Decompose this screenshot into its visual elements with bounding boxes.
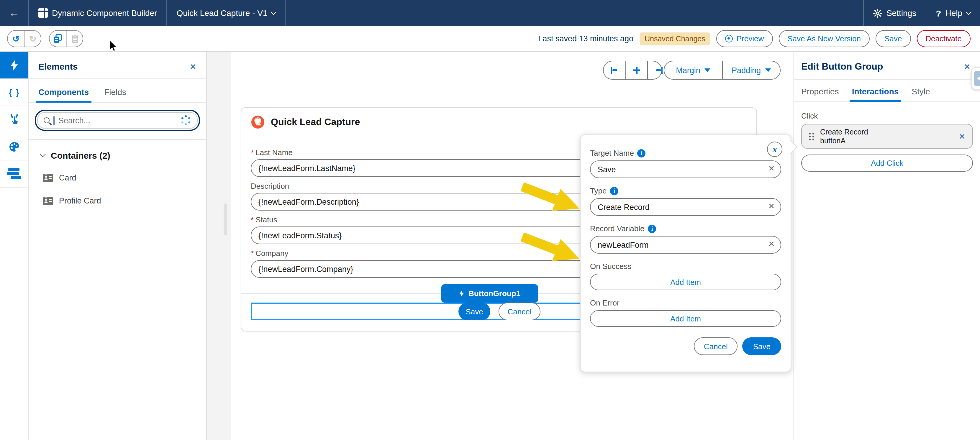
interaction-target: buttonA [820,137,953,145]
settings-button[interactable]: Settings [864,0,926,26]
canvas-align-group [603,61,662,79]
gear-icon [873,8,882,17]
arrow-left-icon: ← [9,7,19,19]
remove-interaction-icon[interactable]: ✕ [959,132,965,141]
chevron-down-icon [271,9,277,15]
formula-icon[interactable]: x [767,141,782,157]
panel-close-icon[interactable]: ✕ [964,62,970,71]
loading-spinner-icon [181,115,191,125]
clear-icon[interactable]: ✕ [768,164,775,173]
component-item-card[interactable]: Card [29,166,206,189]
plus-icon [633,67,640,74]
tab-style[interactable]: Style [912,82,930,102]
elements-panel: Elements ✕ Components Fields Search... C… [29,52,207,440]
search-placeholder: Search... [59,116,177,125]
info-icon[interactable]: i [610,187,618,195]
paste-button[interactable] [66,31,83,47]
elements-tabs: Components Fields [29,83,206,103]
elements-close-icon[interactable]: ✕ [190,62,196,71]
copy-icon [54,34,62,43]
record-variable-input[interactable] [590,236,781,254]
button-group-chip[interactable]: ButtonGroup1 [441,284,538,303]
align-right-icon [655,67,663,74]
eye-icon [725,35,733,43]
rail-structure-tab[interactable] [0,160,28,187]
margin-dropdown[interactable]: Margin [664,61,722,79]
target-name-input[interactable] [590,160,781,178]
preview-button[interactable]: Preview [717,30,773,47]
type-label: Type i [590,186,781,195]
add-spacing-button[interactable] [625,61,647,79]
padding-dropdown[interactable]: Padding [722,61,780,79]
search-icon [44,118,49,123]
drag-handle-icon[interactable] [809,132,814,140]
save-as-new-version-button[interactable]: Save As New Version [778,30,870,47]
question-icon: ? [936,8,941,18]
containers-section-label: Containers (2) [51,150,110,160]
clear-icon[interactable]: ✕ [768,202,775,211]
canvas-cancel-button[interactable]: Cancel [498,303,541,320]
lightning-bolt-icon [10,59,19,71]
record-variable-label: Record Variable i [590,224,781,233]
left-icon-rail: { } [0,52,29,440]
collapse-right-icon [974,71,980,86]
help-label: Help [945,8,962,18]
version-selector[interactable]: Quick Lead Capture - V1 [167,0,285,26]
redo-icon: ↻ [29,33,36,44]
type-input[interactable] [590,198,781,216]
add-click-button[interactable]: Add Click [801,154,973,172]
save-label: Save [885,34,902,43]
component-item-label: Profile Card [59,196,101,205]
copy-button[interactable] [49,31,66,47]
popover-cancel-button[interactable]: Cancel [694,337,738,355]
target-name-label: Target Name i [590,149,781,157]
triangle-down-icon [765,68,771,72]
info-icon[interactable]: i [638,149,646,157]
tab-fields[interactable]: Fields [104,83,126,102]
popover-save-button[interactable]: Save [743,337,781,355]
save-button[interactable]: Save [875,30,911,47]
rail-style-tab[interactable] [0,133,28,160]
spacing-controls: Margin Padding [664,61,781,79]
interaction-item[interactable]: Create Record buttonA ✕ [801,124,973,149]
clear-icon[interactable]: ✕ [768,240,775,248]
triangle-down-icon [705,68,710,72]
help-menu[interactable]: ? Help [926,0,980,26]
redo-button[interactable]: ↻ [24,31,41,47]
tab-interactions[interactable]: Interactions [852,82,899,102]
app-title-item: Dynamic Component Builder [29,0,166,26]
builder-toolbar: ↺ ↻ Last saved 13 minutes ago Un [0,26,980,52]
click-section-label: Click [801,111,973,120]
on-error-label: On Error [590,299,781,307]
rail-expressions-tab[interactable]: { } [0,79,28,106]
rail-elements-tab[interactable] [0,52,28,79]
back-button[interactable]: ← [0,0,28,26]
canvas-save-button[interactable]: Save [458,303,490,320]
on-success-add-item-button[interactable]: Add Item [590,274,781,290]
settings-label: Settings [886,8,916,18]
paste-icon [71,34,78,43]
divider [285,0,286,26]
search-input[interactable]: Search... [37,112,198,129]
on-error-add-item-button[interactable]: Add Item [590,310,781,327]
undo-redo-group: ↺ ↻ [7,30,41,47]
scrollbar-thumb[interactable] [224,203,227,235]
undo-icon: ↺ [12,33,19,44]
interaction-popover: x Target Name i ✕ Type i ✕ Record Variab… [580,135,791,372]
lightning-bolt-icon [459,290,465,297]
info-icon[interactable]: i [648,224,656,233]
align-left-button[interactable] [604,61,625,79]
component-item-profile-card[interactable]: Profile Card [29,189,206,212]
rail-interactions-tab[interactable] [0,106,28,133]
panel-expander-button[interactable] [971,67,980,90]
tab-components[interactable]: Components [38,83,89,102]
app-window: ← Dynamic Component Builder Quick Lead C… [0,0,980,440]
containers-section-header[interactable]: Containers (2) [29,140,206,166]
tab-properties[interactable]: Properties [801,82,839,102]
required-asterisk: * [251,148,254,157]
deactivate-button[interactable]: Deactivate [916,30,970,47]
curly-braces-icon: { } [8,87,20,97]
card-title: Quick Lead Capture [271,116,360,127]
undo-button[interactable]: ↺ [8,31,24,47]
edit-button-group-panel: Edit Button Group ✕ Properties Interacti… [794,52,980,440]
